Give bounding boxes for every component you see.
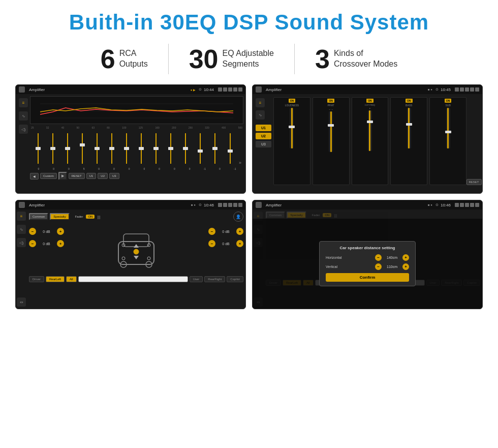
sub-fader[interactable] [446, 108, 450, 148]
cutfreq-fader[interactable] [368, 110, 372, 151]
eq-u2-btn[interactable]: U2 [98, 173, 108, 179]
dialog-row-vertical: Vertical − 110cm + [326, 263, 409, 270]
speaker-icon[interactable]: ◁) [19, 125, 28, 134]
rearright-btn[interactable]: RearRight [204, 276, 225, 282]
loudness-fader[interactable] [290, 108, 294, 148]
dialog-horizontal-label: Horizontal [326, 256, 354, 259]
bass-fader[interactable] [407, 108, 411, 148]
speaker-icon-3[interactable]: ◁) [17, 238, 26, 247]
amp-channel-cutfreq: ON CUT FREQ F [352, 97, 389, 185]
common-tab[interactable]: Common [29, 213, 48, 220]
eq-icon[interactable]: ≡ [19, 98, 28, 107]
db-bl-plus[interactable]: + [57, 240, 64, 247]
expand-icon-3[interactable]: ⇔ [17, 297, 26, 307]
dialog-horizontal-plus[interactable]: + [402, 254, 409, 261]
eq-play-btn[interactable]: ▶ [58, 172, 67, 180]
db-bl-minus[interactable]: − [29, 240, 36, 247]
rearleft-btn[interactable]: RearLeft [46, 276, 65, 282]
db-tl-plus[interactable]: + [57, 228, 64, 235]
status-icons-3 [218, 203, 242, 207]
dialog-vertical-plus[interactable]: + [402, 263, 409, 270]
expand-icon[interactable]: » [238, 159, 242, 166]
fader-slider[interactable]: ||| [97, 215, 100, 219]
eq-icon-2[interactable]: ≡ [256, 98, 265, 107]
bass-on-badge[interactable]: ON [406, 99, 413, 103]
eq-prev-btn[interactable]: ◀ [30, 173, 39, 180]
phat-on-badge[interactable]: ON [327, 99, 334, 103]
eq-slider-1[interactable] [46, 131, 59, 166]
svg-point-11 [134, 249, 139, 254]
eq-slider-9[interactable] [164, 131, 178, 166]
x-icon-3 [228, 203, 232, 207]
eq-reset-btn[interactable]: RESET [69, 173, 85, 179]
db-br-plus[interactable]: + [236, 240, 243, 247]
dialog-vertical-controls: − 110cm + [375, 263, 409, 270]
battery-icon-4 [470, 203, 474, 207]
status-bar-3: Amplifier ■ ● ⊙ 10:46 [16, 200, 245, 210]
location-icon-1: ⊙ [199, 87, 202, 92]
amp-reset-btn[interactable]: RESET [466, 179, 482, 185]
specialty-tab[interactable]: Specialty [50, 213, 69, 220]
amp-u1-btn[interactable]: U1 [256, 125, 271, 131]
amp-u3-btn[interactable]: U3 [256, 141, 271, 147]
eq-main: 25 32 40 50 63 80 100 125 160 200 250 32… [30, 96, 243, 186]
loudness-label: LOUDNESS [285, 104, 299, 107]
dialog-horizontal-minus[interactable]: − [375, 254, 382, 261]
svg-marker-13 [134, 256, 139, 259]
db-br-minus[interactable]: − [208, 240, 215, 247]
amp-u-buttons: U1 U2 U3 [256, 125, 271, 147]
eq-slider-0[interactable] [31, 131, 45, 166]
eq-icon-3[interactable]: ≡ [17, 212, 26, 221]
eq-slider-2[interactable] [60, 131, 74, 166]
eq-slider-5[interactable] [105, 131, 118, 166]
eq-slider-8[interactable] [149, 131, 163, 166]
eq-slider-6[interactable] [119, 131, 133, 166]
eq-u3-btn[interactable]: U3 [109, 173, 119, 179]
phat-fader[interactable] [329, 111, 333, 152]
sub-on-badge[interactable]: ON [445, 99, 452, 103]
db-tr-value: 0 dB [217, 230, 235, 233]
page-wrapper: Buith-in 30EQ DSP Sound System 6 RCAOutp… [0, 0, 498, 319]
driver-btn[interactable]: Driver [29, 276, 44, 282]
db-tr-plus[interactable]: + [236, 228, 243, 235]
wave-icon-2[interactable]: ∿ [256, 110, 265, 120]
fader-top-bar: Common Specialty Fader ON ||| 👤 [29, 212, 243, 222]
phat-label: PHAT [328, 104, 334, 107]
copilot-btn[interactable]: Copilot [227, 276, 243, 282]
eq-slider-3[interactable] [75, 131, 89, 166]
wave-icon-3[interactable]: ∿ [17, 225, 26, 234]
eq-slider-13[interactable] [223, 131, 237, 166]
screen-eq: Amplifier ● ▶ ⊙ 10:44 ≡ [15, 84, 246, 194]
status-dot-1: ● ▶ [191, 88, 196, 92]
cutfreq-on-badge[interactable]: ON [366, 99, 374, 103]
amp-u2-btn[interactable]: U2 [256, 133, 271, 139]
x-icon-4 [465, 203, 469, 207]
user-btn[interactable]: User [190, 276, 203, 282]
svg-point-10 [147, 257, 150, 260]
db-control-tl: − 0 dB + [29, 228, 64, 235]
db-tr-minus[interactable]: − [208, 228, 215, 235]
eq-slider-7[interactable] [135, 131, 148, 166]
dialog-confirm-button[interactable]: Confirm [326, 273, 409, 282]
loudness-on-badge[interactable]: ON [289, 99, 296, 103]
db-tl-minus[interactable]: − [29, 228, 36, 235]
all-btn[interactable]: All [66, 276, 77, 282]
eq-u1-btn[interactable]: U1 [86, 173, 97, 179]
eq-custom-btn[interactable]: Custom [40, 173, 57, 179]
status-bar-2: Amplifier ■ ● ⊙ 10:45 [253, 85, 482, 94]
fader-profile-icon[interactable]: 👤 [233, 212, 243, 222]
eq-slider-11[interactable] [194, 131, 207, 166]
eq-slider-4[interactable] [90, 131, 104, 166]
wave-icon[interactable]: ∿ [19, 111, 28, 121]
dialog-vertical-minus[interactable]: − [375, 263, 382, 270]
status-dot-2: ■ ● [428, 88, 432, 91]
stat-eq: 30 EQ AdjustableSegments [169, 46, 294, 72]
fader-on-badge[interactable]: ON [86, 215, 95, 219]
dialog-horizontal-controls: − 140cm + [375, 254, 409, 261]
camera-icon-2 [455, 87, 459, 92]
screen-title-3: Amplifier [29, 203, 189, 207]
status-bar-1: Amplifier ● ▶ ⊙ 10:44 [16, 85, 245, 94]
eq-slider-10[interactable] [179, 131, 193, 166]
sound-icon-4 [460, 203, 464, 207]
eq-slider-12[interactable] [208, 131, 222, 166]
